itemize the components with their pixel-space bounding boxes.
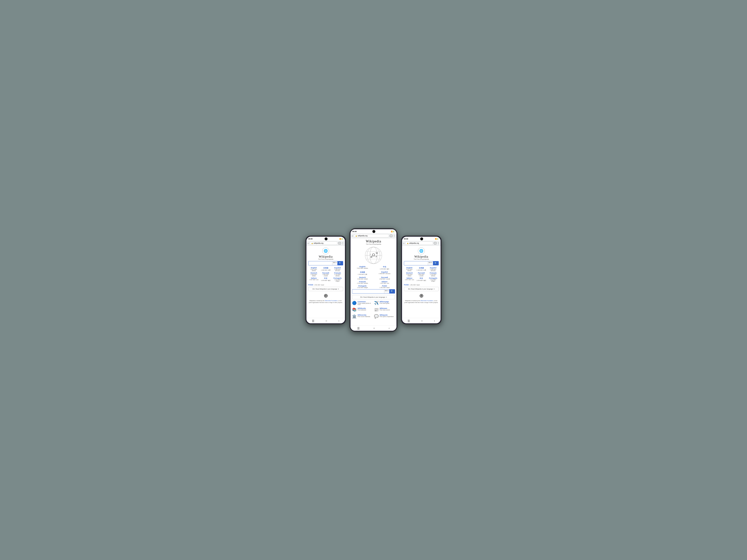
sister-wikiversity[interactable]: 🏛️ Wikiversity Free course materials [352,314,373,319]
svg-text:🌐: 🌐 [419,249,423,253]
lock-icon-center: 🔒 [355,235,357,237]
lang-russian-center[interactable]: Русский 1 563 000+ статей [374,276,395,279]
lang-polish-center[interactable]: Polski 1 351 000+ haseł [374,285,395,288]
read-lang-btn-right[interactable]: 文A Read Wikipedia in your language ∨ [404,287,439,291]
lang-link-english-left[interactable]: English 5 911 000+ articles [308,267,319,271]
lang-link-japanese-left[interactable]: 日本語 1 164 000+ 記事 [320,267,331,271]
url-bar-left[interactable]: 🔒 wikipedia.org [310,241,338,245]
lang-deutsch-right[interactable]: Deutsch 2 333 000+ Artikel [404,272,415,276]
nav-recent-left[interactable]: ||| [312,319,314,322]
read-lang-btn-center[interactable]: 文A Read Wikipedia in your language ∨ [352,295,395,299]
lang-portuguese-right[interactable]: Português 1 012 000+ artigos [428,277,439,282]
url-bar-right[interactable]: 🔒 wikipedia.org [405,241,433,245]
lang-english-center[interactable]: English 5 911 000+ articles [352,266,373,270]
wiki-subtitle-left: The Free Encyclopedia [308,258,343,260]
lang-french-center[interactable]: Français 2 132 000+ articles [352,281,373,284]
lang-select-right[interactable]: EN ∨ [428,261,433,265]
url-text-center: wikipedia.org [358,235,367,237]
globe-container: Ω W И 維 7 [352,246,395,265]
camera-notch-left [325,237,328,240]
search-bar-center[interactable]: EN ∨ 🔍 [352,289,395,294]
lang-portuguese-center[interactable]: Português 1 012 000+ artigos [352,285,373,288]
lang-link-russian-left[interactable]: Русский 1 563 000+ статей [320,272,331,276]
wikiversity-icon: 🏛️ [352,314,357,319]
home-icon-right[interactable]: ⌂ [403,242,405,244]
wikiquote-icon: 💬 [374,314,379,319]
phone-right-screen: 00:00 📶🔋 ⌂ 🔒 wikipedia.org 1 ⋮ [402,237,441,323]
lang-select-center[interactable]: EN ∨ [384,289,389,293]
search-input-left[interactable] [308,261,332,265]
lang-deutsch-center[interactable]: Deutsch 2 333 000+ Artikel [352,276,373,279]
search-btn-center[interactable]: 🔍 [389,289,395,293]
menu-icon-center[interactable]: ⋮ [393,235,395,237]
lang-italian-right[interactable]: Italiano 1 547 000+ voci [404,277,415,282]
lang-chinese-center[interactable]: 中文 1 070 000+ 修目 [374,266,395,270]
search-btn-right[interactable]: 🔍 [433,261,439,265]
home-icon-center[interactable]: ⌂ [352,235,353,237]
translate-icon-left: 文A [312,288,315,290]
lang-link-french-left[interactable]: Français 2 132 000+ articles [332,272,343,276]
browser-bar-right[interactable]: ⌂ 🔒 wikipedia.org 1 ⋮ [402,241,441,246]
nav-home-center[interactable]: ○ [373,327,375,330]
search-input-center[interactable] [352,289,384,293]
svg-text:И: И [376,256,377,258]
sister-commons[interactable]: 🔵 Commons Freely usable photos & more [352,301,373,305]
url-text-right: wikipedia.org [409,242,419,244]
lang-italian-center[interactable]: Italiano 1 547 000+ voci [374,281,395,284]
camera-notch-center [372,230,375,233]
nav-back-left[interactable]: ‹ [338,319,339,322]
lang-select-left[interactable]: EN ∨ [332,261,337,265]
browser-bar-center[interactable]: ⌂ 🔒 wikipedia.org 1 ⋮ [351,233,396,238]
lang-link-spanish-left[interactable]: Español 1 538 000+ artículos [332,267,343,271]
sister-wikibooks[interactable]: 📚 Wikibooks Free textbooks [352,308,373,312]
lang-english-right[interactable]: English 5 911 000+ articles [404,267,415,271]
url-bar-center[interactable]: 🔒 wikipedia.org [354,234,389,237]
lang-spanish-center[interactable]: Español 1 538 000+ artículos [374,271,395,275]
sister-wikiquote[interactable]: 💬 Wikiquote Free quote compendium [374,314,395,319]
status-icons-left: 📶🔋 [339,238,343,240]
search-bar-left[interactable]: EN ∨ 🔍 [308,261,343,265]
lang-japanese-right[interactable]: 日本語 1 164 000+ 記事 [416,267,427,271]
lang-russian-right[interactable]: Русский 1 563 000+ статей [416,272,427,276]
wiki-content-center: Wikipedia The Free Encyclopedia Ω W И [351,238,396,325]
nav-back-center[interactable]: ‹ [389,327,390,330]
tab-btn-right[interactable]: 1 [434,242,437,244]
lock-icon-left: 🔒 [311,242,313,244]
lang-chinese-right[interactable]: 中文 1 070 000+ 修目 [416,277,427,282]
browser-bar-left[interactable]: ⌂ 🔒 wikipedia.org 1 ⋮ [306,241,345,246]
sister-wikinews[interactable]: 📰 Wikinews Free news source [374,308,395,312]
search-input-right[interactable] [404,261,428,265]
lang-spanish-right[interactable]: Español 1 538 000+ artículos [428,267,439,271]
chevron-down-icon-left: ∨ [338,288,339,290]
phone-right: 00:00 📶🔋 ⌂ 🔒 wikipedia.org 1 ⋮ [401,236,442,324]
tab-btn-center[interactable]: 1 [390,235,392,237]
lang-links-center: English 5 911 000+ articles 中文 1 070 000… [352,266,395,288]
wikimedia-foundation-link-right[interactable]: Wikimedia Foundation [420,300,433,301]
menu-icon-right[interactable]: ⋮ [437,242,439,244]
wiki-footer-right: Wikipedia is hosted by the Wikimedia Fou… [404,300,439,303]
wikinews-icon: 📰 [374,308,379,312]
lang-french-right[interactable]: Français 2 132 000+ articles [428,272,439,276]
search-btn-left[interactable]: 🔍 [337,261,343,265]
polish-link-left[interactable]: Polski 1 351 000+ haseł [308,283,343,286]
lang-link-portuguese-left[interactable]: Português 1 012 000+ artigos [332,277,343,282]
lang-link-deutsch-left[interactable]: Deutsch 2 333 000+ Artikel [308,272,319,276]
lang-link-chinese-left[interactable]: 中文 1 070 000+ 修目 [320,277,331,282]
sister-wikivoyage[interactable]: ✈️ Wikivoyage Free travel guide [374,301,395,305]
nav-home-right[interactable]: ○ [421,319,422,322]
search-bar-right[interactable]: EN ∨ 🔍 [404,261,439,265]
nav-back-right[interactable]: ‹ [434,319,435,322]
home-icon-left[interactable]: ⌂ [308,242,309,244]
wikibooks-icon: 📚 [352,308,357,312]
wikimedia-foundation-link-left[interactable]: Wikimedia Foundation [325,300,338,301]
nav-recent-center[interactable]: ||| [357,327,359,330]
nav-recent-right[interactable]: ||| [408,319,410,322]
read-lang-btn-left[interactable]: 文A Read Wikipedia in your language ∨ [308,287,343,291]
lang-japanese-center[interactable]: 日本語 1 164 000+ 記事 [352,271,373,275]
lang-link-italian-left[interactable]: Italiano 1 547 000+ voci [308,277,319,282]
tab-btn-left[interactable]: 1 [338,242,341,244]
menu-icon-left[interactable]: ⋮ [342,242,344,244]
wiki-title-center: Wikipedia [352,239,395,243]
nav-home-left[interactable]: ○ [326,319,327,322]
polish-link-right[interactable]: Polski 1 351 000+ haseł [404,283,439,286]
